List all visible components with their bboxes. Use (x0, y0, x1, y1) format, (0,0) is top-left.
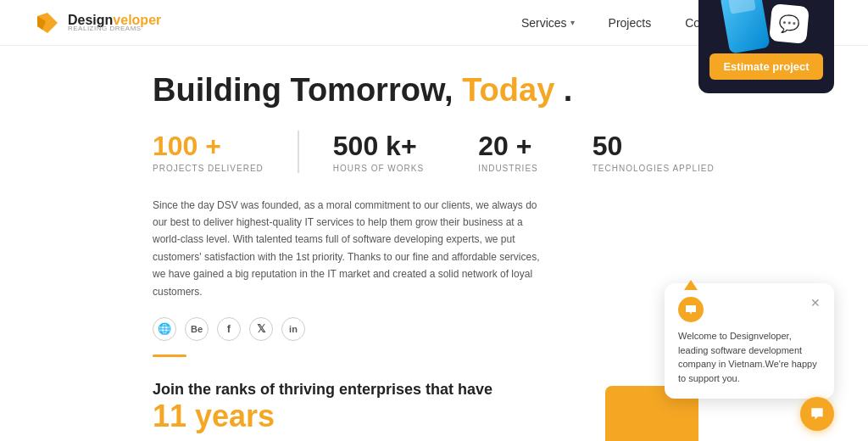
stat-projects-number: 100 + (153, 131, 264, 162)
headline-today: Today (462, 72, 554, 108)
designveloper-chat-icon (684, 303, 698, 316)
chat-popup: ✕ Welcome to Designveloper, leading soft… (665, 283, 834, 399)
hero-card-icons: 💬 (725, 0, 808, 51)
phone-icon (720, 0, 770, 54)
stat-industries: 20 + INDUSTRIES (478, 131, 565, 173)
stat-industries-number: 20 + (478, 131, 538, 162)
stat-hours-number: 500 k+ (333, 131, 424, 162)
social-globe[interactable]: 🌐 (153, 317, 176, 341)
chat-message: Welcome to Designveloper, leading softwa… (678, 329, 821, 385)
logo-icon (34, 9, 61, 36)
gold-divider (153, 354, 186, 357)
stats-row: 100 + PROJECTS DELIVERED 500 k+ HOURS OF… (153, 131, 817, 173)
svg-marker-2 (684, 280, 698, 290)
description-text: Since the day DSV was founded, as a mora… (153, 197, 551, 300)
chat-popup-header: ✕ (678, 297, 821, 322)
services-chevron-icon: ▾ (570, 18, 575, 27)
svg-marker-3 (686, 305, 696, 315)
nav-services[interactable]: Services ▾ (521, 16, 575, 30)
stat-projects-label: PROJECTS DELIVERED (153, 164, 264, 173)
logo[interactable]: Designveloper REALIZING DREAMS (34, 9, 161, 36)
estimate-button[interactable]: Estimate project (709, 53, 822, 80)
join-text: Join the ranks of thriving enterprises t… (153, 381, 492, 399)
stat-hours-label: HOURS OF WORKS (333, 164, 424, 173)
social-behance[interactable]: Be (185, 317, 209, 341)
chat-logo-area (678, 297, 704, 322)
nav-projects[interactable]: Projects (609, 16, 652, 30)
stat-technologies-label: TECHNOLOGIES APPLIED (593, 164, 715, 173)
chat-bubble-icon (809, 405, 826, 422)
stat-industries-label: INDUSTRIES (478, 164, 538, 173)
stat-technologies-number: 50 (593, 131, 715, 162)
join-section-inner: Join the ranks of thriving enterprises t… (153, 381, 492, 434)
stat-technologies: 50 TECHNOLOGIES APPLIED (593, 131, 742, 173)
header: Designveloper REALIZING DREAMS Services … (0, 0, 868, 46)
chat-close-button[interactable]: ✕ (810, 297, 821, 309)
logo-text-group: Designveloper REALIZING DREAMS (68, 13, 161, 32)
chat-logo-icon (678, 297, 704, 322)
chat-arrow-icon (682, 278, 699, 299)
social-twitter[interactable]: 𝕏 (249, 317, 273, 341)
join-number: 11 years (153, 399, 492, 434)
social-linkedin[interactable]: in (281, 317, 305, 341)
chat-icon: 💬 (769, 3, 810, 44)
social-facebook[interactable]: f (217, 317, 241, 341)
headline-part1: Building Tomorrow, (153, 72, 453, 108)
hero-card: 💬 Estimate project (698, 0, 834, 93)
headline-dot: . (564, 72, 573, 108)
stat-projects: 100 + PROJECTS DELIVERED (153, 131, 299, 173)
stat-hours: 500 k+ HOURS OF WORKS (333, 131, 451, 173)
chat-open-button[interactable] (800, 397, 834, 431)
